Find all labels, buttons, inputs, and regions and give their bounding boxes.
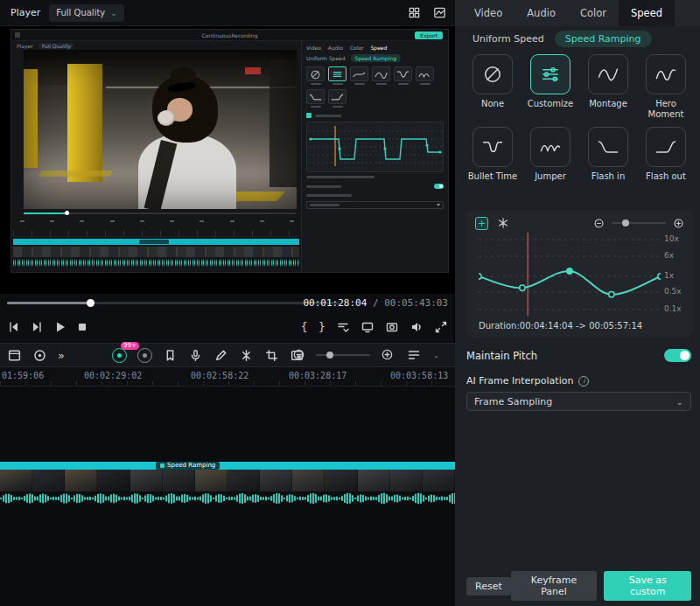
tab-video[interactable]: Video	[462, 0, 514, 26]
video-clip-thumbnails[interactable]	[0, 470, 455, 491]
import-media-icon[interactable]	[7, 348, 22, 363]
clip-thumbnail	[228, 470, 260, 491]
clip-thumbnail	[292, 470, 325, 491]
timeline-tracks: Speed Ramping	[0, 387, 455, 606]
ruler-timestamp: 00:02:58:22	[191, 371, 248, 380]
keyframe-point[interactable]	[479, 274, 481, 279]
play-button[interactable]	[52, 320, 66, 334]
preset-hero-moment[interactable]: Hero Moment	[639, 54, 693, 120]
recorded-export-button: Export	[415, 31, 443, 39]
recorded-preset	[394, 66, 412, 85]
tab-audio[interactable]: Audio	[514, 0, 568, 26]
stop-button[interactable]	[75, 320, 89, 334]
maintain-pitch-label: Maintain Pitch	[466, 350, 537, 362]
graph-zoom-handle[interactable]	[622, 219, 629, 226]
preset-none[interactable]: None	[466, 54, 520, 120]
recorded-preset	[328, 66, 346, 85]
frame-sampling-value: Frame Sampling	[474, 396, 552, 407]
maintain-pitch-row: Maintain Pitch	[466, 349, 691, 362]
speed-curve[interactable]	[479, 271, 661, 295]
timecode-display: 00:01:28:04 / 00:05:43:03	[303, 297, 448, 309]
preview-area: ContinuousRecording Export Player Full Q…	[0, 26, 455, 294]
next-frame-button[interactable]	[30, 320, 44, 334]
zoom-out-icon[interactable]	[292, 348, 305, 361]
scopes-chart-icon[interactable]	[433, 6, 446, 19]
timeline-zoom-slider[interactable]	[316, 354, 370, 356]
properties-panel: Video Audio Color Speed Uniform Speed Sp…	[455, 0, 700, 606]
record-screen-icon[interactable]	[32, 348, 47, 363]
quality-dropdown[interactable]: Full Quality ⌄	[49, 4, 124, 22]
info-icon[interactable]: i	[578, 376, 589, 387]
recorded-speed-clip	[13, 239, 299, 245]
graph-zoom-slider[interactable]	[612, 222, 666, 224]
recorded-preset	[328, 89, 346, 108]
save-as-custom-button[interactable]: Save as custom	[604, 571, 691, 601]
preset-customize[interactable]: Customize	[523, 54, 578, 120]
graph-zoom-in-icon[interactable]	[673, 218, 684, 229]
preset-bullet-time[interactable]: Bullet Time	[466, 127, 520, 192]
graph-zoom-out-icon[interactable]	[593, 218, 605, 229]
recorded-player-label: Player	[17, 43, 33, 49]
panel-footer: Reset Keyframe Panel Save as custom	[466, 571, 691, 601]
keyframe-point[interactable]	[567, 268, 572, 274]
recorded-title: ContinuousRecording	[202, 32, 258, 38]
tab-speed[interactable]: Speed	[619, 0, 675, 26]
more-tools-icon[interactable]: »	[58, 349, 65, 362]
clip-thumbnail	[163, 470, 195, 491]
second-monitor-icon[interactable]	[360, 320, 374, 334]
seek-bar[interactable]	[7, 302, 340, 304]
graph-y-label: 1x	[664, 271, 674, 280]
recorded-tab-color: Color	[350, 45, 364, 51]
player-label: Player	[10, 7, 40, 18]
marker-icon[interactable]	[163, 348, 178, 363]
subtab-uniform-speed[interactable]: Uniform Speed	[472, 33, 544, 45]
previous-frame-button[interactable]	[7, 320, 21, 334]
speaker-icon[interactable]	[410, 320, 424, 334]
maintain-pitch-toggle[interactable]	[664, 349, 691, 362]
mark-out-icon[interactable]: }	[318, 320, 326, 334]
seek-handle[interactable]	[87, 299, 94, 307]
recorded-subtab-uniform: Uniform Speed	[306, 55, 346, 61]
freeze-frame-icon[interactable]	[497, 217, 509, 229]
preset-montage[interactable]: Montage	[581, 54, 635, 120]
recorded-speed-graph	[306, 122, 444, 172]
speed-curve-graph[interactable]	[479, 233, 661, 316]
clip-thumbnail	[97, 470, 130, 491]
speed-ramping-clip-bar[interactable]: Speed Ramping	[0, 462, 455, 470]
speed-ramping-clip-label: Speed Ramping	[156, 462, 220, 470]
tab-color[interactable]: Color	[568, 0, 619, 26]
clip-thumbnail	[325, 470, 357, 491]
timeline-toolbar: » 99+ ⌄	[0, 343, 455, 367]
recorded-preset	[306, 66, 325, 85]
crop-icon[interactable]	[264, 348, 279, 363]
clip-thumbnail	[390, 470, 423, 491]
speed-ramp-active-button[interactable]	[112, 348, 127, 363]
snapshot-icon[interactable]	[385, 320, 399, 334]
track-manager-icon[interactable]	[407, 348, 421, 362]
layout-grid-icon[interactable]	[408, 6, 421, 19]
keyframe-record-button[interactable]	[137, 348, 152, 363]
keyframe-panel-button[interactable]: Keyframe Panel	[511, 571, 598, 601]
mark-in-icon[interactable]: {	[300, 320, 307, 334]
track-manager-chevron-icon[interactable]: ⌄	[433, 352, 439, 359]
voiceover-mic-icon[interactable]	[188, 348, 203, 363]
zoom-in-icon[interactable]	[381, 348, 394, 361]
preset-flash-out[interactable]: Flash out	[639, 127, 693, 192]
recorded-add-keyframe	[306, 113, 312, 118]
reset-button[interactable]: Reset	[466, 577, 511, 596]
fullscreen-icon[interactable]	[434, 320, 448, 334]
keyframe-point[interactable]	[520, 285, 525, 290]
keyframe-point[interactable]	[658, 274, 661, 279]
timeline-ruler[interactable]: 01:59:0600:02:29:0200:02:58:2200:03:28:1…	[0, 367, 455, 387]
split-scissors-icon[interactable]	[239, 348, 254, 363]
subtab-speed-ramping[interactable]: Speed Ramping	[555, 31, 652, 47]
preset-flash-in[interactable]: Flash in	[581, 127, 635, 192]
frame-interpolation-select[interactable]: Frame Sampling ⌄	[466, 392, 691, 411]
keyframe-point[interactable]	[609, 292, 614, 297]
audio-waveform-track[interactable]	[0, 491, 455, 504]
zoom-slider-handle[interactable]	[326, 352, 333, 359]
edit-pen-icon[interactable]	[214, 348, 228, 363]
add-keyframe-button[interactable]: +	[475, 217, 488, 230]
render-preview-dropdown-icon[interactable]	[336, 320, 350, 334]
preset-jumper[interactable]: Jumper	[523, 127, 578, 192]
